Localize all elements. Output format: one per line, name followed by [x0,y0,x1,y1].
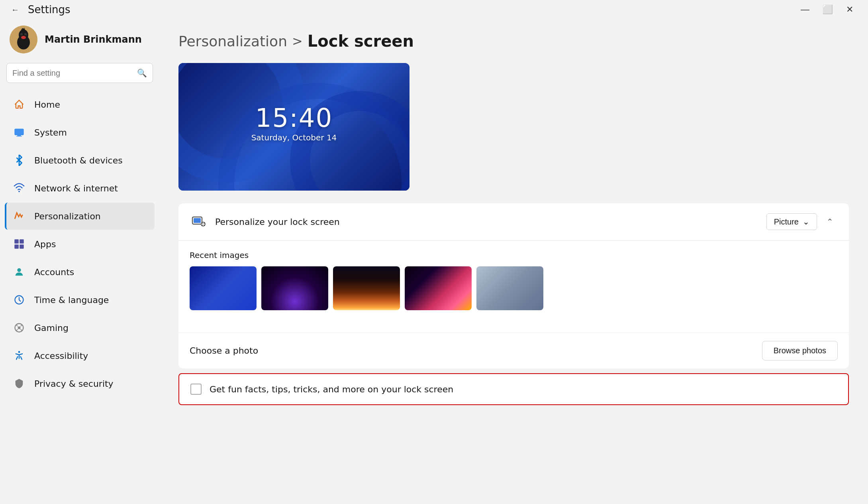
svg-point-4 [24,33,27,35]
picture-dropdown-label: Picture [774,217,799,226]
close-button[interactable]: ✕ [839,2,860,17]
search-input[interactable] [12,69,137,78]
dropdown-chevron-icon: ⌄ [803,217,809,226]
lockscreen-background: 15:40 Saturday, October 14 [178,63,410,191]
accounts-icon [12,265,26,279]
search-icon: 🔍 [137,68,147,78]
choose-photo-label: Choose a photo [190,346,762,356]
picture-dropdown[interactable]: Picture ⌄ [766,213,817,230]
sidebar-item-bluetooth-label: Bluetooth & devices [34,156,123,165]
sidebar-nav: Home System [5,91,155,398]
sidebar-item-privacy[interactable]: Privacy & security [5,370,155,397]
sidebar-item-time-label: Time & language [34,295,109,305]
svg-rect-10 [14,239,19,244]
svg-rect-8 [16,136,22,136]
fun-facts-checkbox[interactable] [190,384,202,395]
maximize-button[interactable]: ⬜ [817,2,838,17]
main-layout: Martin Brinkmann 🔍 Home [0,19,868,504]
content-area: Personalization > Lock screen 15:40 Satu… [159,19,868,504]
recent-images-label: Recent images [190,250,838,260]
collapse-button[interactable]: ⌃ [822,214,838,230]
settings-window: ← Settings — ⬜ ✕ [0,0,868,504]
personalize-label: Personalize your lock screen [215,217,766,227]
svg-rect-11 [20,239,24,244]
sidebar-item-accounts[interactable]: Accounts [5,258,155,285]
minimize-button[interactable]: — [795,2,815,17]
sidebar-item-system[interactable]: System [5,119,155,146]
breadcrumb-parent[interactable]: Personalization [178,33,287,49]
personalize-row: Personalize your lock screen Picture ⌄ ⌃ [178,203,849,240]
window-controls: — ⬜ ✕ [795,2,860,17]
breadcrumb-current: Lock screen [308,32,414,50]
svg-point-5 [21,36,26,39]
svg-rect-7 [17,135,21,136]
app-title: Settings [28,4,71,16]
bluetooth-icon [12,153,26,167]
personalize-value-container: Picture ⌄ ⌃ [766,213,838,230]
titlebar-left: ← Settings [8,2,71,17]
svg-rect-6 [14,129,24,135]
sidebar-item-gaming-label: Gaming [34,323,69,333]
sidebar-item-accessibility[interactable]: Accessibility [5,342,155,369]
fun-facts-row[interactable]: Get fun facts, tips, tricks, and more on… [178,373,849,405]
home-icon [12,97,26,112]
choose-photo-row: Choose a photo Browse photos [178,333,849,368]
sidebar-item-home[interactable]: Home [5,91,155,118]
personalization-icon [12,209,26,223]
sidebar-item-system-label: System [34,128,67,138]
svg-point-3 [20,33,23,35]
sidebar-item-network[interactable]: Network & internet [5,175,155,202]
privacy-icon [12,376,26,391]
titlebar: ← Settings — ⬜ ✕ [0,0,868,19]
sidebar-item-personalization[interactable]: Personalization [5,203,155,230]
sidebar-item-personalization-label: Personalization [34,211,101,221]
sidebar-item-time[interactable]: Time & language [5,286,155,313]
search-box: 🔍 [6,63,153,83]
sidebar-item-home-label: Home [34,100,60,110]
sidebar-item-apps-label: Apps [34,239,56,249]
sidebar-item-privacy-label: Privacy & security [34,379,114,389]
svg-point-14 [17,268,21,272]
recent-images-section: Recent images [178,240,849,333]
svg-point-17 [18,327,21,329]
svg-rect-12 [14,244,19,249]
lockscreen-preview: 15:40 Saturday, October 14 [178,63,410,191]
gaming-icon [12,321,26,335]
lockscreen-date: Saturday, October 14 [251,133,337,142]
recent-images-grid [190,266,838,310]
sidebar: Martin Brinkmann 🔍 Home [0,19,159,504]
user-profile: Martin Brinkmann [5,19,155,63]
browse-photos-button[interactable]: Browse photos [762,341,838,360]
system-icon [12,125,26,140]
thumbnail-1[interactable] [190,266,257,310]
username: Martin Brinkmann [45,34,142,45]
sidebar-item-apps[interactable]: Apps [5,230,155,258]
network-icon [12,181,26,195]
sidebar-item-bluetooth[interactable]: Bluetooth & devices [5,147,155,174]
apps-icon [12,237,26,251]
breadcrumb-separator: > [292,33,303,49]
lockscreen-time: 15:40 [251,103,337,133]
svg-rect-20 [194,218,201,223]
thumbnail-2[interactable] [261,266,328,310]
sidebar-item-accounts-label: Accounts [34,267,74,277]
personalize-icon [190,213,207,230]
thumbnail-3[interactable] [333,266,400,310]
thumbnail-5[interactable] [476,266,543,310]
accessibility-icon [12,348,26,363]
sidebar-item-accessibility-label: Accessibility [34,351,88,361]
personalize-lock-screen-card: Personalize your lock screen Picture ⌄ ⌃… [178,203,849,368]
svg-rect-13 [20,244,24,249]
svg-point-9 [18,191,20,192]
lockscreen-time-display: 15:40 Saturday, October 14 [251,103,337,142]
avatar [10,26,37,53]
time-icon [12,293,26,307]
svg-point-18 [18,351,20,353]
sidebar-item-network-label: Network & internet [34,183,118,193]
thumbnail-4[interactable] [405,266,472,310]
breadcrumb: Personalization > Lock screen [178,32,849,50]
back-button[interactable]: ← [8,2,22,17]
fun-facts-label: Get fun facts, tips, tricks, and more on… [210,384,453,394]
sidebar-item-gaming[interactable]: Gaming [5,314,155,341]
